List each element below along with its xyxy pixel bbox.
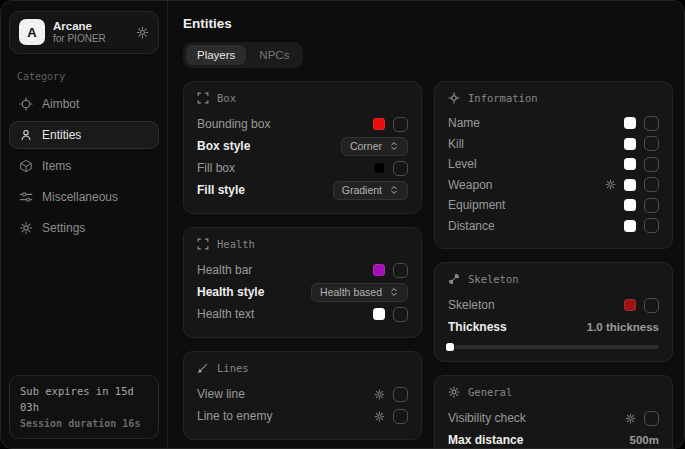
sidebar-item-settings[interactable]: Settings: [9, 214, 159, 242]
gear-icon[interactable]: [374, 411, 385, 422]
row-view-line: View line: [197, 383, 408, 405]
row-skeleton: Skeleton: [448, 294, 659, 316]
checkbox[interactable]: [644, 298, 659, 313]
sidebar-item-entities[interactable]: Entities: [9, 121, 159, 149]
sidebar-item-label: Aimbot: [42, 97, 79, 111]
checkbox[interactable]: [644, 198, 659, 213]
row-box-style: Box style Corner: [197, 135, 408, 157]
color-swatch[interactable]: [624, 199, 636, 211]
row-label: Fill box: [197, 161, 235, 175]
gear-icon[interactable]: [136, 26, 149, 39]
checkbox[interactable]: [393, 263, 408, 278]
slider-thumb[interactable]: [446, 343, 454, 351]
thickness-slider[interactable]: [448, 345, 659, 349]
unfold-icon: [389, 141, 399, 151]
sidebar: A Arcane for PIONER Category Aim: [1, 1, 168, 448]
color-swatch[interactable]: [373, 264, 385, 276]
color-swatch[interactable]: [624, 220, 636, 232]
color-swatch[interactable]: [373, 118, 385, 130]
tab-players[interactable]: Players: [186, 45, 246, 65]
box-card-header: Box: [197, 92, 408, 104]
sub-expiry-text: Sub expires in 15d 03h: [20, 383, 148, 416]
row-label: Name: [448, 116, 480, 130]
general-card: General Visibility check: [434, 375, 673, 449]
checkbox[interactable]: [644, 157, 659, 172]
category-label: Category: [17, 71, 151, 82]
card-title: Skeleton: [468, 273, 519, 285]
color-swatch[interactable]: [624, 299, 636, 311]
row-line-to-enemy: Line to enemy: [197, 405, 408, 427]
checkbox[interactable]: [393, 117, 408, 132]
row-label: Distance: [448, 219, 495, 233]
row-label: Visibility check: [448, 411, 526, 425]
page-title: Entities: [183, 16, 673, 31]
information-icon: [448, 92, 460, 104]
checkbox[interactable]: [393, 161, 408, 176]
scan-corners-icon: [197, 92, 209, 104]
row-label: Kill: [448, 137, 464, 151]
gear-icon[interactable]: [625, 413, 636, 424]
health-style-select[interactable]: Health based: [311, 283, 408, 302]
checkbox[interactable]: [644, 116, 659, 131]
row-label: Fill style: [197, 183, 245, 197]
gear-icon: [19, 221, 33, 235]
row-health-text: Health text: [197, 303, 408, 325]
checkbox[interactable]: [393, 387, 408, 402]
box-card: Box Bounding box Box style Corner: [183, 81, 422, 214]
fill-style-select[interactable]: Gradient: [333, 181, 408, 200]
checkbox[interactable]: [644, 177, 659, 192]
gear-icon[interactable]: [374, 389, 385, 400]
app-window: A Arcane for PIONER Category Aim: [0, 0, 685, 449]
row-max-distance: Max distance 500m: [448, 429, 659, 449]
checkbox[interactable]: [644, 411, 659, 426]
session-duration-text: Session duration 16s: [20, 416, 148, 432]
health-card-header: Health: [197, 238, 408, 250]
box-style-select[interactable]: Corner: [341, 137, 408, 156]
row-label: Level: [448, 157, 477, 171]
color-swatch[interactable]: [624, 117, 636, 129]
select-value: Corner: [350, 140, 382, 152]
card-title: Lines: [217, 362, 249, 374]
row-label: Equipment: [448, 198, 505, 212]
color-swatch[interactable]: [624, 158, 636, 170]
tab-npcs[interactable]: NPCs: [248, 45, 300, 65]
sidebar-item-label: Items: [42, 159, 71, 173]
row-label: Health bar: [197, 263, 252, 277]
thickness-value: 1.0 thickness: [587, 321, 659, 333]
row-label: Max distance: [448, 433, 523, 447]
pencil-line-icon: [197, 362, 209, 374]
sidebar-item-aimbot[interactable]: Aimbot: [9, 90, 159, 118]
sidebar-item-items[interactable]: Items: [9, 152, 159, 180]
cube-icon: [19, 159, 33, 173]
brand-logo: A: [19, 19, 45, 45]
gear-icon[interactable]: [605, 179, 616, 190]
scan-corners-icon: [197, 238, 209, 250]
checkbox[interactable]: [393, 409, 408, 424]
checkbox[interactable]: [644, 136, 659, 151]
color-swatch[interactable]: [624, 138, 636, 150]
brand-card: A Arcane for PIONER: [9, 11, 159, 54]
unfold-icon: [389, 287, 399, 297]
row-label: Skeleton: [448, 298, 495, 312]
health-card: Health Health bar Health style Health ba…: [183, 227, 422, 338]
color-swatch[interactable]: [373, 162, 385, 174]
row-label: View line: [197, 387, 245, 401]
entities-icon: [19, 128, 33, 142]
sidebar-item-label: Settings: [42, 221, 85, 235]
row-label: Line to enemy: [197, 409, 272, 423]
card-title: General: [468, 386, 512, 398]
crosshair-icon: [19, 97, 33, 111]
row-kill: Kill: [448, 134, 659, 155]
checkbox[interactable]: [393, 307, 408, 322]
row-weapon: Weapon: [448, 175, 659, 196]
color-swatch[interactable]: [373, 308, 385, 320]
row-label: Bounding box: [197, 117, 270, 131]
color-swatch[interactable]: [624, 179, 636, 191]
sidebar-nav: Aimbot Entities Items: [9, 90, 159, 242]
row-label: Health style: [197, 285, 264, 299]
checkbox[interactable]: [644, 218, 659, 233]
sidebar-item-miscellaneous[interactable]: Miscellaneous: [9, 183, 159, 211]
sidebar-item-label: Miscellaneous: [42, 190, 118, 204]
row-distance: Distance: [448, 216, 659, 237]
card-title: Health: [217, 238, 255, 250]
